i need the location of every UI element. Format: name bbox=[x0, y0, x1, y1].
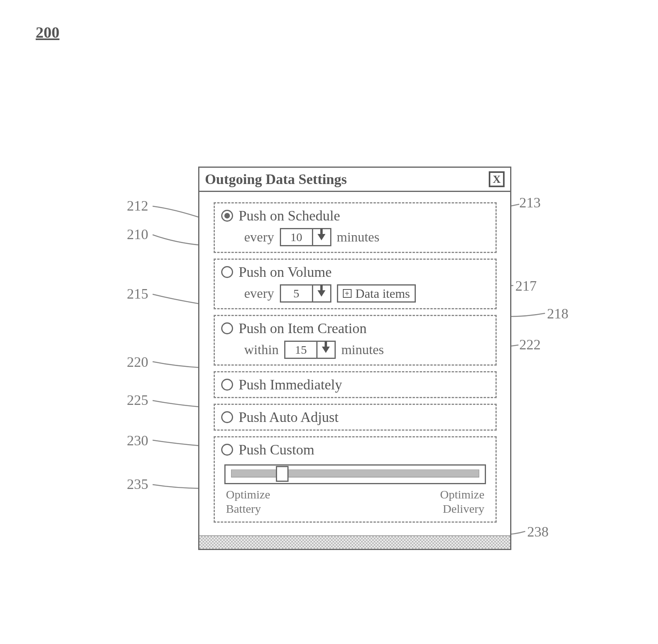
radio-push-on-volume[interactable] bbox=[221, 266, 233, 278]
creation-interval-spinner[interactable] bbox=[284, 341, 336, 359]
schedule-spinner-down-button[interactable] bbox=[312, 229, 330, 245]
slider-right-label-1: Optimize bbox=[440, 487, 484, 502]
arrow-down-icon bbox=[318, 234, 325, 240]
label-push-auto-adjust: Push Auto Adjust bbox=[239, 409, 339, 426]
slider-thumb[interactable] bbox=[276, 466, 289, 482]
slider-labels: Optimize Battery Optimize Delivery bbox=[224, 487, 486, 516]
label-push-on-schedule: Push on Schedule bbox=[239, 207, 340, 224]
callout-230: 230 bbox=[127, 432, 148, 449]
creation-spinner-down-button[interactable] bbox=[316, 342, 335, 358]
volume-prefix: every bbox=[244, 286, 274, 301]
schedule-prefix: every bbox=[244, 230, 274, 245]
callout-213: 213 bbox=[519, 194, 541, 211]
arrow-down-icon bbox=[318, 290, 325, 297]
custom-slider[interactable] bbox=[224, 464, 486, 484]
callout-235: 235 bbox=[127, 476, 148, 493]
callout-225: 225 bbox=[127, 392, 148, 408]
option-push-on-item-creation: Push on Item Creation within minutes bbox=[214, 315, 497, 366]
schedule-interval-input[interactable] bbox=[281, 229, 312, 245]
dialog-body: Push on Schedule every minutes Push on V… bbox=[199, 192, 510, 534]
creation-interval-input[interactable] bbox=[285, 342, 316, 358]
slider-track bbox=[231, 470, 479, 477]
radio-push-custom[interactable] bbox=[221, 444, 233, 456]
label-push-on-volume: Push on Volume bbox=[239, 264, 332, 280]
schedule-suffix: minutes bbox=[337, 230, 380, 245]
callout-220: 220 bbox=[127, 354, 148, 370]
settings-dialog: Outgoing Data Settings X Push on Schedul… bbox=[198, 167, 511, 550]
expand-icon: + bbox=[343, 289, 352, 298]
label-push-immediately: Push Immediately bbox=[239, 376, 342, 393]
schedule-interval-spinner[interactable] bbox=[280, 228, 331, 246]
callout-215: 215 bbox=[127, 286, 148, 302]
slider-left-label-2: Battery bbox=[226, 502, 270, 516]
arrow-down-icon bbox=[322, 347, 330, 353]
slider-right-label-2: Delivery bbox=[440, 502, 484, 516]
radio-push-on-schedule[interactable] bbox=[221, 210, 233, 222]
volume-count-spinner[interactable] bbox=[280, 284, 331, 303]
titlebar: Outgoing Data Settings X bbox=[199, 168, 510, 192]
close-button[interactable]: X bbox=[489, 171, 505, 187]
volume-spinner-down-button[interactable] bbox=[312, 286, 330, 301]
callout-210: 210 bbox=[127, 226, 148, 243]
volume-count-input[interactable] bbox=[281, 286, 312, 301]
radio-push-on-item-creation[interactable] bbox=[221, 322, 233, 334]
option-push-on-schedule: Push on Schedule every minutes bbox=[214, 202, 497, 253]
radio-push-auto-adjust[interactable] bbox=[221, 411, 233, 423]
data-items-label: Data items bbox=[356, 286, 410, 301]
callout-222: 222 bbox=[519, 336, 541, 353]
close-icon: X bbox=[493, 173, 501, 186]
radio-push-immediately[interactable] bbox=[221, 379, 233, 391]
option-push-auto-adjust: Push Auto Adjust bbox=[214, 404, 497, 431]
creation-prefix: within bbox=[244, 342, 279, 357]
option-push-on-volume: Push on Volume every + Data items bbox=[214, 259, 497, 309]
data-items-dropdown[interactable]: + Data items bbox=[337, 284, 416, 303]
callout-238: 238 bbox=[527, 523, 549, 540]
dialog-footer-hatch bbox=[199, 535, 510, 549]
creation-suffix: minutes bbox=[341, 342, 384, 357]
callout-218: 218 bbox=[547, 305, 568, 322]
option-push-custom: Push Custom Optimize Battery Optimize De… bbox=[214, 436, 497, 523]
option-push-immediately: Push Immediately bbox=[214, 371, 497, 398]
figure-number: 200 bbox=[36, 23, 59, 42]
label-push-custom: Push Custom bbox=[239, 441, 314, 458]
dialog-title: Outgoing Data Settings bbox=[205, 171, 347, 188]
callout-217: 217 bbox=[515, 278, 537, 294]
slider-left-label-1: Optimize bbox=[226, 487, 270, 502]
callout-212: 212 bbox=[127, 197, 148, 214]
label-push-on-item-creation: Push on Item Creation bbox=[239, 320, 367, 337]
